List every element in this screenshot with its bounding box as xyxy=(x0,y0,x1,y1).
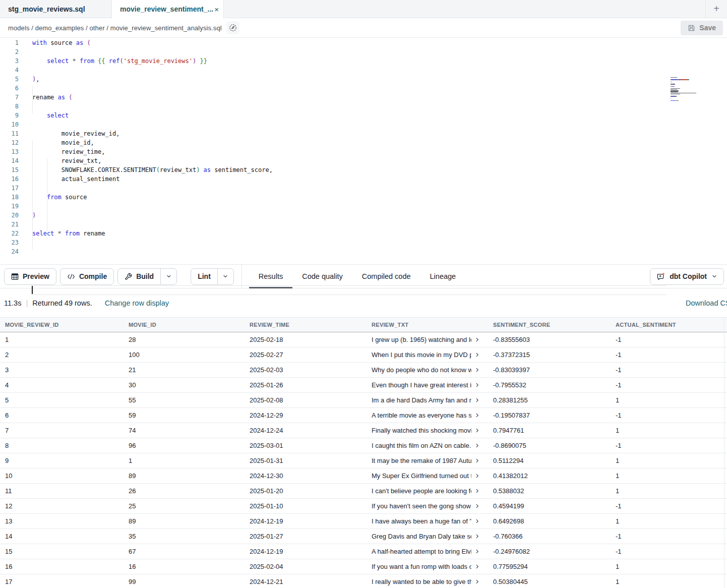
copilot-chat-icon xyxy=(656,272,665,281)
lint-dropdown-button[interactable] xyxy=(217,269,233,284)
build-button[interactable]: Build xyxy=(118,269,160,284)
code-line[interactable]: 2 xyxy=(0,47,727,56)
code-line[interactable]: 3 select * from {{ ref('stg_movie_review… xyxy=(0,56,727,66)
table-cell: -1 xyxy=(611,438,727,453)
table-row: 3212025-02-03Why do people who do not kn… xyxy=(0,363,727,378)
code-line[interactable]: 23 xyxy=(0,238,727,247)
code-line[interactable]: 12 movie_id, xyxy=(0,138,727,147)
expand-review-icon[interactable] xyxy=(474,488,480,494)
code-text: ) xyxy=(19,211,36,220)
code-line[interactable]: 8 xyxy=(0,102,727,111)
code-text: with source as ( xyxy=(19,38,91,47)
code-line[interactable]: 24 xyxy=(0,247,727,256)
code-line[interactable]: 13 review_time, xyxy=(0,147,727,156)
expand-review-icon[interactable] xyxy=(474,382,480,388)
table-cell: 0.28381255 xyxy=(488,393,611,407)
table-cell: 100 xyxy=(124,347,245,362)
review-text: If you want a fun romp with loads of s… xyxy=(372,563,471,570)
tab-compiled-code[interactable]: Compiled code xyxy=(352,265,420,288)
table-cell: -1 xyxy=(611,499,727,513)
download-csv-link[interactable]: Download CSV xyxy=(686,299,727,307)
dbt-copilot-button[interactable]: dbt Copilot xyxy=(650,268,724,285)
expand-review-icon[interactable] xyxy=(474,473,480,479)
expand-review-icon[interactable] xyxy=(474,518,480,524)
compile-button[interactable]: Compile xyxy=(60,268,114,285)
expand-review-icon[interactable] xyxy=(474,458,480,463)
line-number: 1 xyxy=(0,38,19,47)
tab-label: Compiled code xyxy=(362,272,411,280)
expand-review-icon[interactable] xyxy=(474,413,480,418)
preview-button[interactable]: Preview xyxy=(4,268,56,285)
code-line[interactable]: 18 from source xyxy=(0,193,727,202)
table-cell: 2025-01-31 xyxy=(245,453,367,468)
table-row: 10892024-12-30My Super Ex Girlfriend tur… xyxy=(0,468,727,484)
line-number: 2 xyxy=(0,47,19,56)
code-text: review_time, xyxy=(19,147,105,156)
code-line[interactable]: 14 review_txt, xyxy=(0,156,727,165)
code-line[interactable]: 19 xyxy=(0,202,727,211)
expand-review-icon[interactable] xyxy=(474,367,480,373)
code-editor[interactable]: 1with source as (23 select * from {{ ref… xyxy=(0,38,727,264)
code-line[interactable]: 9 select xyxy=(0,111,727,120)
table-cell: 2025-01-20 xyxy=(245,484,367,498)
table-cell: -0.8690075 xyxy=(488,438,611,453)
code-line[interactable]: 15 SNOWFLAKE.CORTEX.SENTIMENT(review_txt… xyxy=(0,165,727,174)
build-dropdown-button[interactable] xyxy=(160,269,176,284)
review-text: Even though I have great interest in Bi… xyxy=(372,381,471,389)
code-line[interactable]: 6 xyxy=(0,84,727,93)
lint-button[interactable]: Lint xyxy=(191,269,217,284)
table-cell: 5 xyxy=(0,393,124,407)
table-cell: -0.83039397 xyxy=(488,363,611,377)
change-row-display-link[interactable]: Change row display xyxy=(105,299,169,307)
code-line[interactable]: 4 xyxy=(0,66,727,75)
expand-review-icon[interactable] xyxy=(474,428,480,433)
expand-review-icon[interactable] xyxy=(474,443,480,448)
line-number: 22 xyxy=(0,229,19,238)
expand-review-icon[interactable] xyxy=(474,549,480,554)
expand-review-icon[interactable] xyxy=(474,397,480,403)
results-meta-bar: 11.3s | Returned 49 rows. Change row dis… xyxy=(0,288,727,317)
code-line[interactable]: 5), xyxy=(0,75,727,84)
toolbar-divider xyxy=(241,265,242,288)
table-cell: 74 xyxy=(124,423,245,438)
code-line[interactable]: 1with source as ( xyxy=(0,38,727,47)
review-text: I can't believe people are looking for a… xyxy=(372,487,471,495)
expand-review-icon[interactable] xyxy=(474,564,480,569)
expand-review-icon[interactable] xyxy=(474,503,480,509)
expand-review-icon[interactable] xyxy=(474,534,480,539)
code-line[interactable]: 11 movie_review_id, xyxy=(0,129,727,138)
action-toolbar: Preview Compile Build Lint xyxy=(0,264,727,288)
code-line[interactable]: 22select * from rename xyxy=(0,229,727,238)
review-txt-cell: Even though I have great interest in Bi… xyxy=(367,378,488,392)
expand-review-icon[interactable] xyxy=(474,337,480,342)
line-number: 19 xyxy=(0,202,19,211)
review-txt-cell: I can't believe people are looking for a… xyxy=(367,484,488,498)
explore-compass-button[interactable] xyxy=(226,21,239,34)
code-line[interactable]: 20) xyxy=(0,211,727,220)
review-txt-cell: It may be the remake of 1987 Autumn'… xyxy=(367,453,488,468)
minimap[interactable] xyxy=(671,77,704,104)
table-cell: 8 xyxy=(0,438,124,453)
close-tab-icon[interactable]: × xyxy=(213,5,220,14)
code-line[interactable]: 17 xyxy=(0,184,727,193)
code-line[interactable]: 10 xyxy=(0,120,727,129)
tab-lineage[interactable]: Lineage xyxy=(420,265,466,288)
table-cell: 21 xyxy=(124,363,245,377)
expand-review-icon[interactable] xyxy=(474,352,480,358)
code-line[interactable]: 16 actual_sentiment xyxy=(0,174,727,184)
table-cell: 0.5388032 xyxy=(488,484,611,498)
new-tab-button[interactable]: + xyxy=(706,0,727,18)
line-number: 8 xyxy=(0,102,19,111)
save-button[interactable]: Save xyxy=(681,21,723,35)
code-line[interactable]: 7rename as ( xyxy=(0,93,727,102)
expand-review-icon[interactable] xyxy=(474,579,480,584)
tab-results[interactable]: Results xyxy=(249,265,292,288)
code-line[interactable]: 21 xyxy=(0,220,727,229)
save-label: Save xyxy=(699,24,716,32)
tab-movie-review-sentiment[interactable]: movie_review_sentiment_... × xyxy=(112,0,224,18)
tab-code-quality[interactable]: Code quality xyxy=(292,265,352,288)
table-cell: -0.7955532 xyxy=(488,378,611,392)
table-row: 8962025-03-01I caught this film on AZN o… xyxy=(0,438,727,453)
line-number: 7 xyxy=(0,93,19,102)
tab-stg-movie-reviews[interactable]: stg_movie_reviews.sql xyxy=(0,0,112,18)
